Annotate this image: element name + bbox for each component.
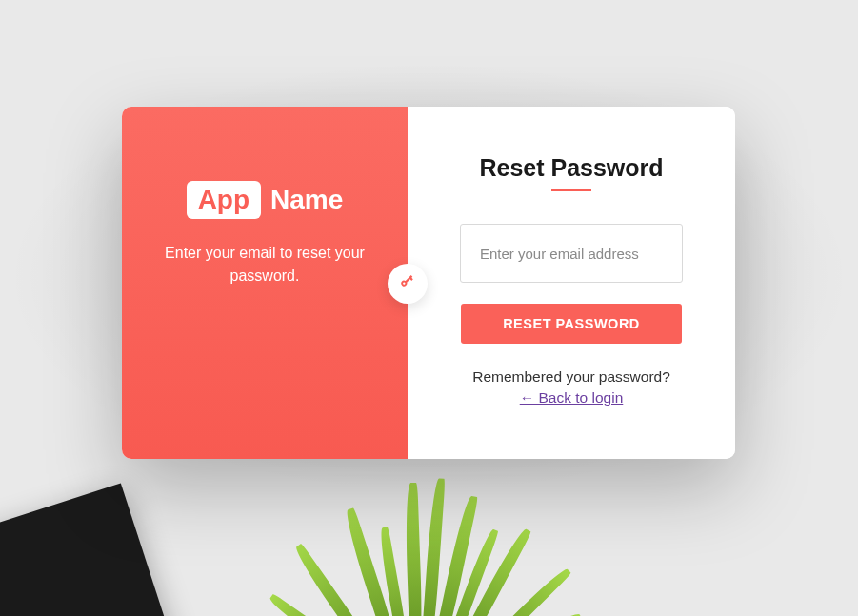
logo-badge-text: App [187, 181, 261, 219]
reset-password-card: App Name Enter your email to reset your … [122, 107, 735, 459]
reset-password-button[interactable]: RESET PASSWORD [461, 304, 682, 344]
key-icon [399, 273, 416, 294]
email-field[interactable] [460, 224, 683, 283]
app-logo: App Name [187, 181, 344, 219]
key-icon-badge [388, 264, 428, 304]
info-panel: App Name Enter your email to reset your … [122, 107, 408, 459]
logo-name-text: Name [270, 185, 343, 215]
remembered-text: Remembered your password? [472, 368, 670, 386]
form-title: Reset Password [479, 154, 663, 182]
back-to-login-link[interactable]: ← Back to login [520, 389, 624, 407]
panel-subtitle: Enter your email to reset your password. [122, 242, 408, 288]
form-panel: Reset Password RESET PASSWORD Remembered… [408, 107, 735, 459]
title-underline [551, 189, 591, 191]
